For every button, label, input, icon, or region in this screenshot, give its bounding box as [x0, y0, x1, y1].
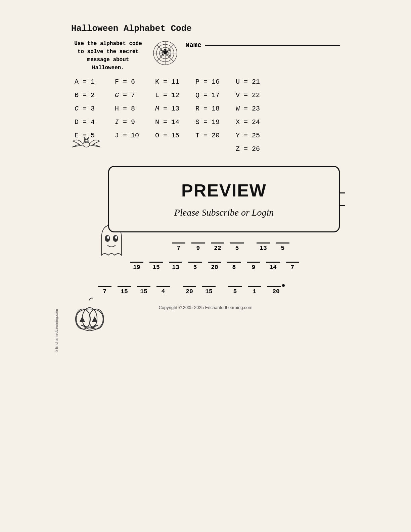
- answer-cell: 7: [286, 262, 299, 271]
- svg-point-24: [107, 236, 109, 239]
- alpha-d: D = 4: [71, 116, 111, 129]
- instructions-text: Use the alphabet code to solve the secre…: [71, 40, 145, 72]
- alpha-u: U = 21: [232, 75, 269, 89]
- answer-cell: 9: [247, 262, 260, 271]
- answer-cell: 15: [149, 262, 163, 271]
- alpha-q: Q = 17: [192, 89, 232, 102]
- answer-cell: 4: [156, 286, 170, 295]
- svg-point-21: [87, 141, 88, 142]
- alpha-t: T = 20: [192, 129, 232, 142]
- alpha-h: H = 8: [111, 102, 152, 116]
- sidebar-copyright: ©EnchantedLearning.com: [54, 309, 58, 353]
- alpha-o: O = 15: [152, 129, 192, 142]
- name-label: Name: [185, 41, 201, 49]
- svg-marker-19: [87, 137, 89, 140]
- answer-cell: 22: [211, 242, 224, 252]
- svg-point-22: [105, 235, 110, 242]
- alpha-i: I = 9: [111, 116, 152, 129]
- answer-cell: 15: [118, 286, 131, 295]
- answer-row-2: 19 15 13 5 20 8 9 14: [130, 262, 340, 271]
- answer-cell: 1: [248, 286, 261, 295]
- alpha-k: K = 11: [152, 75, 192, 89]
- page: Halloween Alphabet Code Use the alphabet…: [51, 7, 360, 406]
- alpha-a: A = 1: [71, 75, 111, 89]
- alphabet-grid: A = 1 B = 2 C = 3 D = 4 E = 5 F = 6 G = …: [71, 75, 340, 156]
- preview-title: PREVIEW: [119, 180, 329, 201]
- svg-point-23: [113, 235, 118, 242]
- preview-subtitle: Please Subscribe or Login: [119, 207, 329, 218]
- answer-cell: 14: [266, 262, 280, 271]
- answer-cell: 20: [208, 262, 221, 271]
- bat-icon: [70, 131, 103, 154]
- alpha-p: P = 16: [192, 75, 232, 89]
- alpha-r: R = 18: [192, 102, 232, 116]
- alpha-z: Z = 26: [232, 142, 269, 156]
- answer-cell: 9: [191, 242, 205, 252]
- alpha-x: X = 24: [232, 116, 269, 129]
- answer-cell: 7: [172, 242, 185, 252]
- answer-cell: 5: [228, 286, 242, 295]
- alpha-s: S = 19: [192, 116, 232, 129]
- answer-cell-with-period: 20: [267, 284, 285, 295]
- name-field: Name: [185, 40, 340, 49]
- svg-marker-29: [80, 316, 85, 322]
- answer-row-3: 7 15 15 4 20 15: [98, 284, 340, 295]
- answer-cell: 13: [257, 242, 270, 252]
- answer-cell: 20: [183, 286, 196, 295]
- alpha-m: M = 13: [152, 102, 192, 116]
- svg-marker-18: [84, 137, 86, 140]
- answer-cell: 15: [137, 286, 150, 295]
- alpha-v: V = 22: [232, 89, 269, 102]
- spider-web-icon: [152, 40, 179, 66]
- pumpkin-icon: [70, 296, 110, 336]
- alpha-y: Y = 25: [232, 129, 269, 142]
- preview-container: PREVIEW Please Subscribe or Login: [88, 166, 340, 232]
- alpha-l: L = 12: [152, 89, 192, 102]
- answer-cell: 5: [188, 262, 202, 271]
- answer-cell: 15: [202, 286, 216, 295]
- svg-line-11: [159, 53, 164, 53]
- answer-cell: 5: [276, 242, 289, 252]
- preview-box: PREVIEW Please Subscribe or Login: [108, 166, 340, 232]
- answer-row-1: 7 9 22 5 13 5: [172, 242, 340, 252]
- svg-point-20: [85, 141, 86, 142]
- svg-point-25: [115, 236, 117, 239]
- svg-point-9: [164, 49, 167, 51]
- alpha-j: J = 10: [111, 129, 152, 142]
- alpha-c: C = 3: [71, 102, 111, 116]
- answer-cell: 8: [227, 262, 241, 271]
- alpha-w: W = 23: [232, 102, 269, 116]
- answer-cell: 5: [230, 242, 244, 252]
- alpha-g: G = 7: [111, 89, 152, 102]
- copyright-text: Copyright © 2005-2025 EnchantedLearning.…: [71, 305, 340, 310]
- svg-point-8: [164, 50, 167, 54]
- svg-line-14: [167, 53, 171, 53]
- alpha-f: F = 6: [111, 75, 152, 89]
- name-underline: [205, 45, 340, 46]
- svg-marker-30: [92, 316, 97, 322]
- answer-cell: 13: [169, 262, 182, 271]
- top-section: Use the alphabet code to solve the secre…: [71, 40, 340, 72]
- answer-cell: 7: [98, 286, 111, 295]
- alpha-b: B = 2: [71, 89, 111, 102]
- alpha-n: N = 14: [152, 116, 192, 129]
- page-title: Halloween Alphabet Code: [71, 24, 340, 34]
